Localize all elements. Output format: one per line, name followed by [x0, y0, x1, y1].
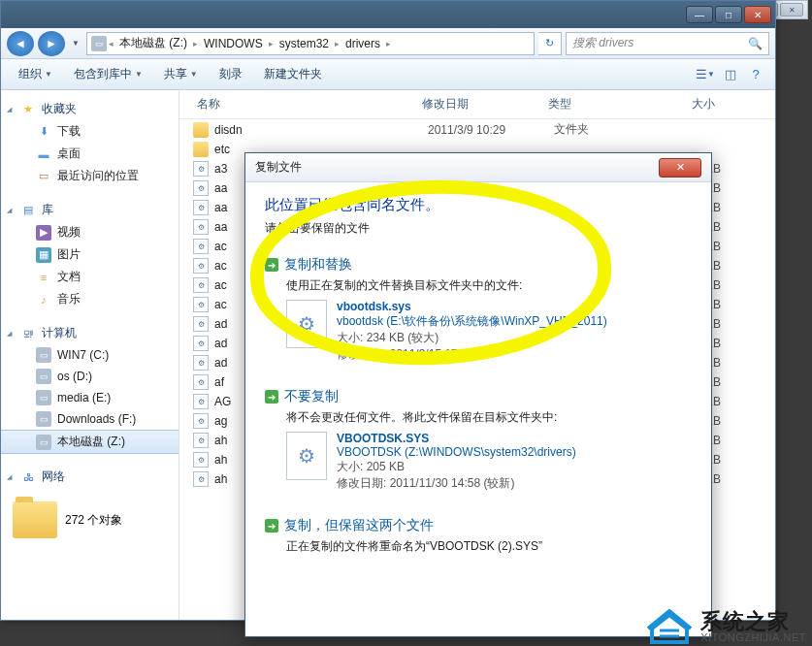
- option-dont-copy[interactable]: ➔不要复制 将不会更改任何文件。将此文件保留在目标文件夹中: VBOOTDSK.…: [265, 384, 692, 496]
- sidebar-computer-header[interactable]: 🖳计算机: [1, 322, 179, 344]
- option-copy-replace[interactable]: ➔复制和替换 使用正在复制的文件替换目标文件夹中的文件: vbootdsk.sy…: [265, 252, 692, 367]
- star-icon: ★: [20, 102, 36, 117]
- sidebar-item-pictures[interactable]: ▦图片: [1, 243, 179, 266]
- help-button[interactable]: ?: [744, 64, 767, 85]
- breadcrumb[interactable]: ▭ ◂ 本地磁盘 (Z:) ▸ WINDOWS ▸ system32 ▸ dri…: [86, 32, 535, 55]
- sidebar-network-header[interactable]: 🖧网络: [1, 466, 179, 488]
- breadcrumb-item[interactable]: 本地磁盘 (Z:): [115, 35, 191, 51]
- search-input[interactable]: 搜索 drivers 🔍: [566, 32, 769, 55]
- include-library-button[interactable]: 包含到库中▼: [64, 62, 152, 86]
- file-date: 2011/3/9 10:29: [428, 123, 554, 137]
- refresh-button[interactable]: ↻: [538, 32, 562, 55]
- bg-close-button: ✕: [780, 3, 803, 16]
- organize-button[interactable]: 组织▼: [9, 62, 62, 86]
- col-date[interactable]: 修改日期: [422, 96, 548, 113]
- file-name: vbootdsk.sys: [337, 300, 607, 313]
- breadcrumb-item[interactable]: system32: [276, 37, 333, 50]
- drive-icon: ▭: [36, 411, 51, 427]
- drive-icon: ▭: [36, 347, 51, 363]
- sidebar-item-desktop[interactable]: ▬桌面: [1, 143, 179, 165]
- sidebar[interactable]: ★收藏夹 ⬇下载 ▬桌面 ▭最近访问的位置 ▤库 ▶视频 ▦图片 ≡文档 ♪音乐…: [1, 90, 179, 620]
- burn-button[interactable]: 刻录: [210, 62, 252, 86]
- file-thumbnail-icon: [286, 432, 327, 480]
- maximize-button[interactable]: □: [715, 6, 742, 23]
- library-icon: ▤: [20, 203, 36, 218]
- col-size[interactable]: 大小: [655, 96, 732, 113]
- sidebar-item-drive-f[interactable]: ▭Downloads (F:): [1, 408, 179, 430]
- dialog-close-button[interactable]: ✕: [659, 158, 701, 178]
- file-date: 修改日期: 2011/9/15 17:06: [337, 346, 607, 363]
- sidebar-item-documents[interactable]: ≡文档: [1, 266, 179, 288]
- file-path: VBOOTDSK (Z:\WINDOWS\system32\drivers): [337, 445, 576, 459]
- col-type[interactable]: 类型: [548, 96, 655, 113]
- sidebar-favorites-header[interactable]: ★收藏夹: [1, 98, 179, 120]
- folder-icon: [193, 142, 209, 157]
- back-button[interactable]: ◄: [7, 31, 34, 56]
- breadcrumb-item[interactable]: WINDOWS: [200, 37, 267, 50]
- sysfile-icon: ⚙: [193, 161, 209, 177]
- breadcrumb-sep: ▸: [269, 39, 274, 48]
- minimize-button[interactable]: —: [686, 6, 713, 23]
- sidebar-item-drive-z[interactable]: ▭本地磁盘 (Z:): [1, 430, 179, 454]
- sidebar-item-drive-e[interactable]: ▭media (E:): [1, 387, 179, 408]
- music-icon: ♪: [36, 292, 51, 307]
- file-row[interactable]: disdn2011/3/9 10:29文件夹: [179, 119, 775, 140]
- watermark-logo-icon: [646, 607, 693, 646]
- watermark: 系统之家 XITONGZHIJIA.NET: [646, 607, 806, 646]
- new-folder-button[interactable]: 新建文件夹: [254, 62, 332, 86]
- file-thumbnail-icon: [286, 300, 327, 348]
- breadcrumb-sep: ▸: [335, 39, 340, 48]
- computer-icon: 🖳: [20, 326, 36, 341]
- picture-icon: ▦: [36, 247, 51, 263]
- sysfile-icon: ⚙: [193, 219, 209, 235]
- arrow-icon: ➔: [265, 390, 278, 404]
- dialog-heading: 此位置已经包含同名文件。: [265, 196, 692, 214]
- file-path: vbootdsk (E:\软件备份\系统镜像\WinXP_VHD_2011): [337, 313, 607, 330]
- address-bar: ◄ ► ▼ ▭ ◂ 本地磁盘 (Z:) ▸ WINDOWS ▸ system32…: [1, 28, 775, 59]
- breadcrumb-item[interactable]: drivers: [341, 37, 384, 50]
- sidebar-item-drive-c[interactable]: ▭WIN7 (C:): [1, 344, 179, 366]
- sysfile-icon: ⚙: [193, 471, 209, 487]
- breadcrumb-sep: ◂: [109, 39, 114, 48]
- titlebar[interactable]: — □ ✕: [1, 1, 775, 28]
- object-count-label: 272 个对象: [65, 512, 122, 529]
- preview-pane-button[interactable]: ◫: [719, 64, 742, 85]
- option-desc: 将不会更改任何文件。将此文件保留在目标文件夹中:: [286, 409, 692, 426]
- close-button[interactable]: ✕: [744, 6, 771, 23]
- sysfile-icon: ⚙: [193, 452, 209, 468]
- sidebar-item-drive-d[interactable]: ▭os (D:): [1, 366, 179, 387]
- breadcrumb-sep: ▸: [386, 39, 391, 48]
- share-button[interactable]: 共享▼: [154, 62, 208, 86]
- sidebar-item-videos[interactable]: ▶视频: [1, 221, 179, 243]
- sidebar-item-downloads[interactable]: ⬇下载: [1, 120, 179, 143]
- drive-icon: ▭: [91, 36, 107, 51]
- toolbar: 组织▼ 包含到库中▼ 共享▼ 刻录 新建文件夹 ☰ ▼ ◫ ?: [1, 59, 775, 90]
- sysfile-icon: ⚙: [193, 277, 209, 293]
- sysfile-icon: ⚙: [193, 394, 209, 409]
- forward-button[interactable]: ►: [38, 31, 65, 56]
- col-name[interactable]: 名称: [179, 96, 422, 113]
- file-type: 文件夹: [554, 121, 661, 138]
- sidebar-libraries-header[interactable]: ▤库: [1, 199, 179, 221]
- sysfile-icon: ⚙: [193, 239, 209, 254]
- search-icon: 🔍: [748, 37, 763, 50]
- sidebar-item-music[interactable]: ♪音乐: [1, 288, 179, 310]
- file-size: 大小: 234 KB (较大): [337, 330, 607, 346]
- file-date: 修改日期: 2011/11/30 14:58 (较新): [337, 475, 576, 492]
- sysfile-icon: ⚙: [193, 336, 209, 351]
- desktop-icon: ▬: [36, 146, 51, 162]
- breadcrumb-sep: ▸: [193, 39, 198, 48]
- sidebar-item-recent[interactable]: ▭最近访问的位置: [1, 165, 179, 187]
- option-keep-both[interactable]: ➔复制，但保留这两个文件 正在复制的文件将重命名为“VBOOTDSK (2).S…: [265, 513, 692, 565]
- nav-history-dropdown[interactable]: ▼: [69, 31, 82, 56]
- document-icon: ≡: [36, 270, 51, 285]
- dialog-subheading: 请单击要保留的文件: [265, 220, 692, 237]
- file-name: disdn: [214, 123, 428, 137]
- dialog-titlebar[interactable]: 复制文件 ✕: [245, 153, 711, 182]
- view-options-button[interactable]: ☰ ▼: [694, 64, 717, 85]
- sysfile-icon: ⚙: [193, 355, 209, 371]
- watermark-cn: 系统之家: [700, 611, 806, 632]
- sysfile-icon: ⚙: [193, 433, 209, 448]
- list-header[interactable]: 名称 修改日期 类型 大小: [179, 90, 775, 119]
- network-icon: 🖧: [20, 469, 36, 485]
